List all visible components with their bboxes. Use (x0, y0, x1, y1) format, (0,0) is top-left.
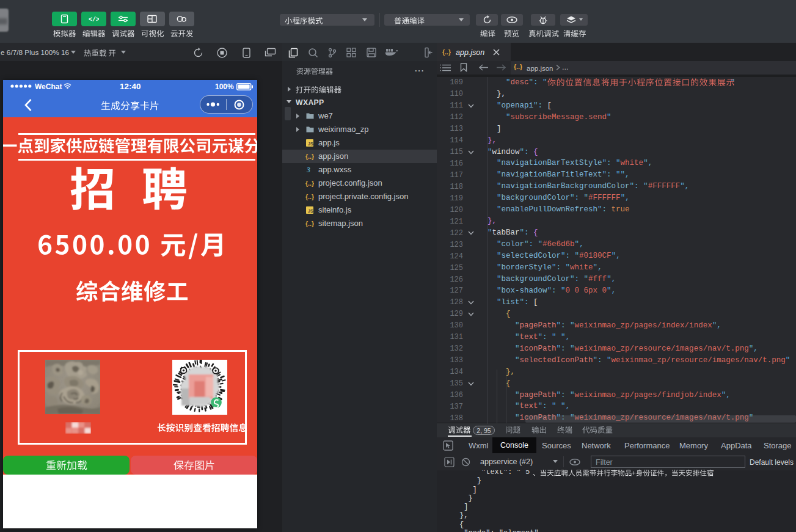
svg-text:{..}: {..} (305, 193, 314, 200)
svg-text:JS: JS (308, 209, 313, 213)
svg-text:{..}: {..} (442, 48, 451, 56)
svg-text:{..}: {..} (305, 180, 314, 187)
svg-text:{..}: {..} (305, 153, 314, 160)
svg-text:{..}: {..} (305, 220, 314, 227)
svg-text:JS: JS (308, 142, 313, 146)
svg-text:3: 3 (307, 166, 310, 173)
svg-text:{..}: {..} (514, 63, 522, 70)
svg-text:</>: </> (89, 16, 99, 23)
